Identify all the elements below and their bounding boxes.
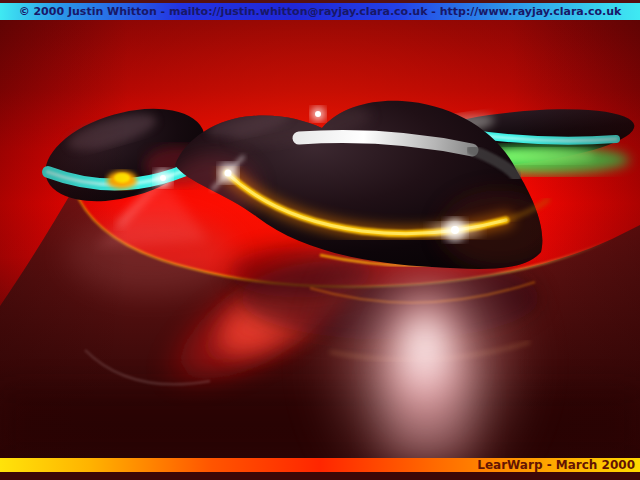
copyright-url-text: © 2000 Justin Whitton - mailto://justin.… xyxy=(19,5,622,18)
bottom-border-strip xyxy=(0,472,640,480)
credit-text: LearWarp - March 2000 xyxy=(477,458,635,472)
vignette xyxy=(0,20,640,458)
credit-bar: LearWarp - March 2000 xyxy=(0,458,640,472)
artwork-window: © 2000 Justin Whitton - mailto://justin.… xyxy=(0,0,640,480)
title-bar: © 2000 Justin Whitton - mailto://justin.… xyxy=(0,3,640,20)
render-scene xyxy=(0,20,640,458)
